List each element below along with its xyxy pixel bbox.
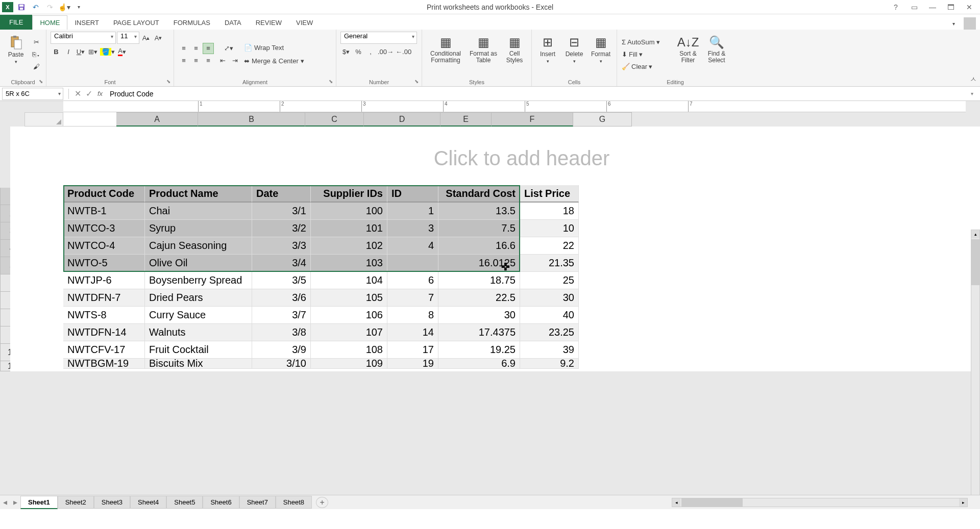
merge-center-button[interactable]: ⬌Merge & Center▾ [243,56,315,67]
font-dialog-launcher[interactable]: ⬊ [165,78,172,85]
tab-view[interactable]: VIEW [289,16,320,30]
cell-f1[interactable]: Standard Cost [438,185,520,203]
cell-f3[interactable]: 7.5 [438,220,520,237]
cancel-formula-button[interactable]: ✕ [72,88,83,99]
cell-b8[interactable]: Curry Sauce [145,307,252,324]
save-button[interactable] [15,2,28,13]
cell-b9[interactable]: Walnuts [145,324,252,341]
hscroll-thumb[interactable] [681,498,743,507]
cell-d1[interactable]: Supplier IDs [311,185,387,203]
cell-b7[interactable]: Dried Pears [145,289,252,307]
accounting-button[interactable]: $▾ [340,46,352,57]
tab-insert[interactable]: INSERT [67,16,106,30]
autosum-button[interactable]: ΣAutoSum▾ [621,37,672,48]
sheet-tab-8[interactable]: Sheet8 [276,496,312,509]
cell-a8[interactable]: NWTS-8 [63,307,145,324]
font-name-select[interactable]: Calibri [51,32,116,44]
increase-indent-button[interactable]: ⇥ [229,55,240,66]
cell-a3[interactable]: NWTCO-3 [63,220,145,237]
cell-g2[interactable]: 18 [520,203,579,220]
cell-e1[interactable]: ID [387,185,438,203]
cell-g1[interactable]: List Price [520,185,579,203]
customize-qat-button[interactable]: ▾ [72,2,85,13]
tab-formulas[interactable]: FORMULAS [166,16,217,30]
clear-button[interactable]: 🧹Clear▾ [621,61,657,72]
cell-g7[interactable]: 30 [520,289,579,307]
cell-a2[interactable]: NWTB-1 [63,203,145,220]
percent-button[interactable]: % [353,46,364,57]
cell-styles-button[interactable]: ▦Cell Styles [502,32,527,67]
italic-button[interactable]: I [63,46,74,57]
align-top-button[interactable]: ≡ [178,43,189,54]
delete-cells-button[interactable]: ⊟Delete▾ [562,32,586,67]
horizontal-ruler[interactable]: 1 2 3 4 5 6 7 [63,101,966,112]
tab-page-layout[interactable]: PAGE LAYOUT [106,16,166,30]
number-format-select[interactable]: General [340,32,417,44]
cell-a11[interactable]: NWTBGM-19 [63,359,145,369]
cell-f9[interactable]: 17.4375 [438,324,520,341]
collapse-ribbon-button[interactable]: ㅅ [970,75,977,84]
cell-a7[interactable]: NWTDFN-7 [63,289,145,307]
cell-f8[interactable]: 30 [438,307,520,324]
cell-b3[interactable]: Syrup [145,220,252,237]
cell-e8[interactable]: 8 [387,307,438,324]
select-all-button[interactable] [24,112,63,127]
cell-b1[interactable]: Product Name [145,185,252,203]
find-select-button[interactable]: 🔍Find & Select [704,32,729,67]
scroll-right-button[interactable]: ▸ [959,498,967,507]
clipboard-dialog-launcher[interactable]: ⬊ [37,78,44,85]
sheet-tab-3[interactable]: Sheet3 [94,496,130,509]
cell-d11[interactable]: 109 [311,359,387,369]
cell-b11[interactable]: Biscuits Mix [145,359,252,369]
col-header-e[interactable]: E [440,112,492,127]
cell-d3[interactable]: 101 [311,220,387,237]
tab-file[interactable]: FILE [0,15,32,30]
col-header-a[interactable]: A [116,112,198,127]
cell-e9[interactable]: 14 [387,324,438,341]
copy-button[interactable]: ⎘▾ [31,49,42,60]
sheet-tab-2[interactable]: Sheet2 [58,496,94,509]
scroll-left-button[interactable]: ◂ [672,498,680,507]
font-color-button[interactable]: A▾ [116,46,128,57]
cell-c5[interactable]: 3/4 [252,255,311,272]
cell-f2[interactable]: 13.5 [438,203,520,220]
cell-f7[interactable]: 22.5 [438,289,520,307]
sheet-tab-6[interactable]: Sheet6 [203,496,239,509]
vertical-scrollbar[interactable]: ▴ ▾ [971,230,980,505]
comma-button[interactable]: , [365,46,376,57]
cell-d7[interactable]: 105 [311,289,387,307]
cell-e3[interactable]: 3 [387,220,438,237]
cell-g5[interactable]: 21.35 [520,255,579,272]
cell-b4[interactable]: Cajun Seasoning [145,237,252,255]
cell-g6[interactable]: 25 [520,272,579,289]
cell-g8[interactable]: 40 [520,307,579,324]
increase-font-button[interactable]: A▴ [140,32,152,43]
tab-data[interactable]: DATA [217,16,249,30]
expand-formula-button[interactable]: ▾ [971,91,980,96]
cell-c10[interactable]: 3/9 [252,341,311,359]
decrease-font-button[interactable]: A▾ [153,32,164,43]
insert-cells-button[interactable]: ⊞Insert▾ [536,32,559,67]
cell-c11[interactable]: 3/10 [252,359,311,369]
cell-g10[interactable]: 39 [520,341,579,359]
borders-button[interactable]: ⊞▾ [87,46,99,57]
name-box[interactable]: 5R x 6C [2,88,63,100]
page-header-placeholder[interactable]: Click to add header [63,127,980,185]
underline-button[interactable]: U▾ [75,46,86,57]
horizontal-scrollbar[interactable]: ◂ ▸ [672,498,968,507]
cell-d8[interactable]: 106 [311,307,387,324]
scroll-up-button[interactable]: ▴ [971,230,979,238]
cell-f6[interactable]: 18.75 [438,272,520,289]
decrease-indent-button[interactable]: ⇤ [217,55,228,66]
conditional-formatting-button[interactable]: ▦Conditional Formatting [426,32,465,67]
maximize-button[interactable]: 🗖 [944,2,958,13]
orientation-button[interactable]: ⤢▾ [217,43,240,54]
cell-d2[interactable]: 100 [311,203,387,220]
tab-home[interactable]: HOME [32,15,67,30]
cell-a10[interactable]: NWTCFV-17 [63,341,145,359]
enter-formula-button[interactable]: ✓ [83,88,94,99]
sheet-tab-1[interactable]: Sheet1 [20,496,58,509]
ribbon-menu-button[interactable]: ▾ [947,18,960,29]
wrap-text-button[interactable]: 📄Wrap Text [243,42,305,54]
align-middle-button[interactable]: ≡ [190,43,202,54]
